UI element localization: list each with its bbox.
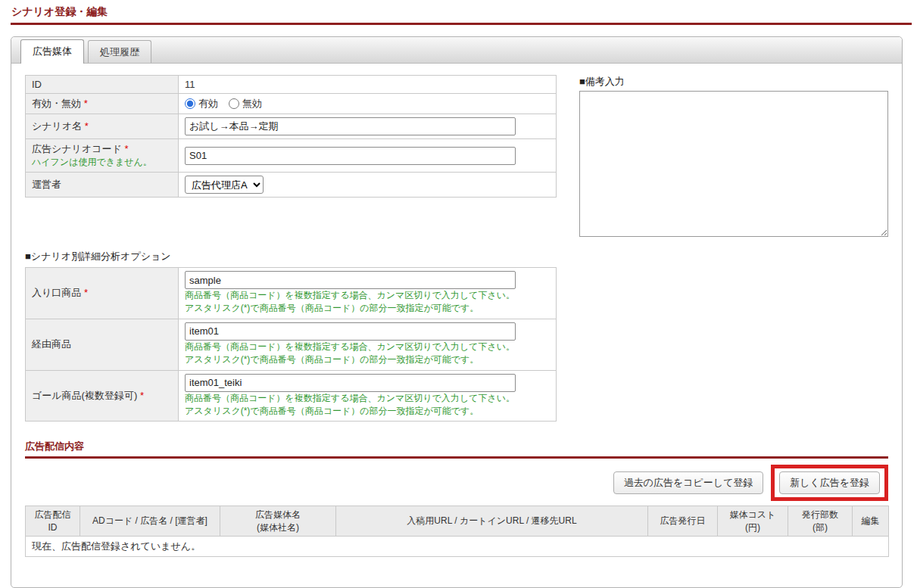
- required-mark: *: [84, 98, 88, 109]
- table-row: 運営者 広告代理店A: [26, 173, 557, 198]
- ad-delivery-heading: 広告配信内容: [25, 440, 888, 453]
- operator-label: 運営者: [26, 173, 179, 198]
- id-label: ID: [26, 76, 179, 94]
- radio-enabled-input[interactable]: [185, 98, 195, 109]
- table-row: 広告シナリオコード * ハイフンは使用できません。: [26, 139, 557, 173]
- col-edit: 編集: [853, 506, 889, 536]
- required-mark: *: [84, 287, 88, 298]
- required-mark: *: [140, 390, 144, 401]
- col-urls: 入稿用URL / カートインURL / 遷移先URL: [336, 506, 648, 536]
- panel-content: ID 11 有効・無効 * 有効: [11, 64, 902, 587]
- radio-enabled[interactable]: 有効: [185, 97, 218, 110]
- table-row: ゴール商品(複数登録可) * 商品番号（商品コード）を複数指定する場合、カンマ区…: [26, 370, 557, 422]
- col-ad-delivery-id: 広告配信 ID: [26, 506, 80, 536]
- scenario-form-table: ID 11 有効・無効 * 有効: [25, 75, 557, 198]
- operator-select[interactable]: 広告代理店A: [185, 176, 264, 194]
- required-mark: *: [124, 143, 128, 154]
- helper-text: 商品番号（商品コード）を複数指定する場合、カンマ区切りで入力して下さい。 アスタ…: [185, 392, 550, 418]
- via-product-input[interactable]: [185, 322, 516, 341]
- radio-disabled-input[interactable]: [229, 98, 239, 109]
- goal-product-input[interactable]: [185, 374, 516, 392]
- table-row: 入り口商品 * 商品番号（商品コード）を複数指定する場合、カンマ区切りで入力して…: [26, 268, 557, 319]
- scenario-name-label: シナリオ名 *: [26, 114, 179, 139]
- analysis-options-table: 入り口商品 * 商品番号（商品コード）を複数指定する場合、カンマ区切りで入力して…: [25, 267, 557, 422]
- red-highlight-annotation: 新しく広告を登録: [771, 465, 888, 501]
- ad-delivery-table: 広告配信 ID ADコード / 広告名 / [運営者] 広告媒体名 (媒体社名)…: [25, 506, 889, 556]
- new-ad-button[interactable]: 新しく広告を登録: [779, 471, 880, 494]
- page-title: シナリオ登録・編集: [0, 0, 917, 23]
- col-media-cost: 媒体コスト (円): [718, 506, 788, 536]
- remarks-textarea[interactable]: [579, 91, 888, 237]
- table-row: 有効・無効 * 有効 無効: [26, 94, 557, 114]
- title-divider: [11, 23, 912, 25]
- via-product-label: 経由商品: [26, 319, 179, 370]
- scenario-edit-panel: 広告媒体 処理履歴 ID 11 有効・無効 *: [11, 36, 903, 588]
- ad-delivery-divider: [25, 456, 888, 459]
- col-copies: 発行部数 (部): [788, 506, 853, 536]
- copy-past-ad-button[interactable]: 過去の広告をコピーして登録: [613, 471, 764, 494]
- entry-product-input[interactable]: [185, 271, 516, 289]
- helper-text: 商品番号（商品コード）を複数指定する場合、カンマ区切りで入力して下さい。 アスタ…: [185, 289, 550, 316]
- col-ad-code: ADコード / 広告名 / [運営者]: [80, 506, 220, 536]
- col-media-name: 広告媒体名 (媒体社名): [220, 506, 336, 536]
- goal-product-label: ゴール商品(複数登録可) *: [26, 370, 179, 422]
- tab-process-history[interactable]: 処理履歴: [88, 40, 151, 63]
- helper-text: 商品番号（商品コード）を複数指定する場合、カンマ区切りで入力して下さい。 アスタ…: [185, 341, 550, 367]
- tab-strip: 広告媒体 処理履歴: [11, 37, 902, 64]
- required-mark: *: [85, 120, 89, 132]
- analysis-options-title: ■シナリオ別詳細分析オプション: [25, 250, 888, 263]
- table-row: 経由商品 商品番号（商品コード）を複数指定する場合、カンマ区切りで入力して下さい…: [26, 319, 557, 370]
- enabled-label: 有効・無効 *: [26, 94, 179, 114]
- table-header-row: 広告配信 ID ADコード / 広告名 / [運営者] 広告媒体名 (媒体社名)…: [26, 506, 889, 536]
- scenario-code-input[interactable]: [185, 147, 516, 165]
- table-row: シナリオ名 *: [26, 114, 557, 139]
- tab-ad-media[interactable]: 広告媒体: [20, 39, 84, 64]
- table-row: 現在、広告配信登録されていません。: [26, 536, 889, 556]
- scenario-name-input[interactable]: [185, 117, 516, 135]
- remarks-label: ■備考入力: [579, 75, 888, 89]
- scenario-code-label: 広告シナリオコード * ハイフンは使用できません。: [26, 139, 179, 173]
- scenario-code-note: ハイフンは使用できません。: [32, 156, 172, 169]
- id-value: 11: [179, 76, 557, 94]
- remarks-block: ■備考入力: [579, 75, 888, 239]
- table-row: ID 11: [26, 76, 557, 94]
- entry-product-label: 入り口商品 *: [26, 268, 179, 319]
- empty-message: 現在、広告配信登録されていません。: [26, 536, 889, 556]
- col-issue-date: 広告発行日: [648, 506, 718, 536]
- radio-disabled[interactable]: 無効: [229, 97, 262, 110]
